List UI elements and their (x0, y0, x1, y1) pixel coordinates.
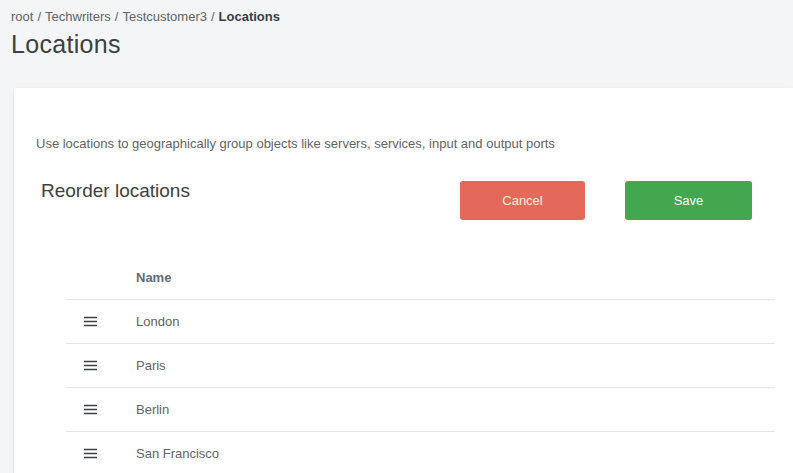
cancel-button[interactable]: Cancel (460, 181, 585, 220)
reorder-heading: Reorder locations (41, 180, 460, 201)
save-button[interactable]: Save (625, 181, 752, 220)
location-row: Paris (66, 344, 775, 388)
breadcrumb-current: Locations (219, 9, 280, 24)
page-title: Locations (11, 29, 793, 59)
locations-card: Use locations to geographically group ob… (14, 88, 793, 473)
location-name: Berlin (136, 402, 775, 417)
locations-table: Name London Paris Be (66, 255, 775, 473)
breadcrumb-separator: / (115, 9, 119, 24)
drag-handle-icon[interactable] (84, 360, 97, 371)
location-row: London (66, 300, 775, 344)
card-description: Use locations to geographically group ob… (14, 88, 793, 151)
column-header-name: Name (136, 270, 775, 285)
drag-handle-icon[interactable] (84, 448, 97, 459)
breadcrumb-separator: / (211, 9, 215, 24)
location-row: Berlin (66, 388, 775, 432)
breadcrumb: root/Techwriters/Testcustomer3/Locations (0, 0, 793, 24)
drag-handle-icon[interactable] (84, 316, 97, 327)
breadcrumb-item-root[interactable]: root (11, 9, 33, 24)
location-name: Paris (136, 358, 775, 373)
drag-handle-icon[interactable] (84, 404, 97, 415)
location-name: London (136, 314, 775, 329)
location-row: San Francisco (66, 432, 775, 473)
location-name: San Francisco (136, 446, 775, 461)
table-header-row: Name (66, 255, 775, 300)
reorder-toolbar: Reorder locations Cancel Save (14, 180, 793, 220)
breadcrumb-separator: / (37, 9, 41, 24)
breadcrumb-item-techwriters[interactable]: Techwriters (45, 9, 111, 24)
breadcrumb-item-testcustomer3[interactable]: Testcustomer3 (122, 9, 207, 24)
